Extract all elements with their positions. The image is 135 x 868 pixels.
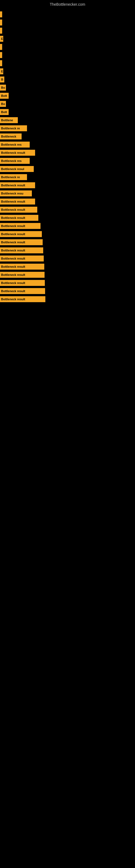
bar-row: Bottleneck re [0, 173, 135, 181]
bar-row [0, 10, 135, 19]
bar-label: B [0, 76, 4, 83]
bar-label: Bottleneck result [0, 150, 35, 156]
bar-label: Bo [0, 101, 6, 107]
bar-label: Bottleneck result [0, 215, 38, 221]
bar-label: Bottleneck resul [0, 166, 34, 172]
bar-label [0, 60, 2, 66]
bar-label: Bottleneck result [0, 255, 44, 261]
bar-row: Bo [0, 100, 135, 108]
bar-row: Bottleneck result [0, 230, 135, 238]
bar-label: Bott [0, 109, 9, 115]
bar-row: Bottleneck result [0, 149, 135, 157]
bars-container: EEBBoBottBoBottBottleneBottleneck reBott… [0, 8, 135, 303]
bar-label: E [0, 68, 3, 74]
bar-label: Bott [0, 93, 9, 99]
bar-label: Bottleneck [0, 133, 21, 140]
bar-label: E [0, 36, 3, 42]
bar-row: Bottleneck [0, 132, 135, 141]
bar-row: Bottleneck result [0, 246, 135, 254]
bar-row [0, 43, 135, 51]
bar-label: Bottleneck result [0, 272, 45, 278]
bar-row: Bottleneck result [0, 262, 135, 271]
bar-row: E [0, 67, 135, 75]
bar-row: Bottleneck result [0, 287, 135, 295]
bar-row: Bottleneck result [0, 197, 135, 206]
bar-label: Bottleneck res [0, 158, 30, 164]
bar-row: Bottleneck result [0, 222, 135, 230]
bar-row: Bottleneck resu [0, 189, 135, 197]
bar-label: Bottleneck result [0, 198, 35, 205]
bar-row: E [0, 35, 135, 43]
bar-label [0, 20, 2, 26]
bar-row: Bottleneck resul [0, 165, 135, 173]
bar-row: Bottleneck res [0, 141, 135, 149]
bar-row: Bottleneck result [0, 238, 135, 246]
bar-row [0, 59, 135, 67]
bar-label: Bottleneck result [0, 280, 45, 286]
bar-label: Bottleneck result [0, 239, 43, 245]
bar-row: Bottleneck res [0, 157, 135, 165]
bar-row: Bottleneck result [0, 181, 135, 189]
bar-row: Bott [0, 92, 135, 100]
bar-label: Bottleneck re [0, 174, 27, 180]
bar-row: Bottleneck result [0, 214, 135, 222]
bar-row: Bott [0, 108, 135, 116]
bar-row [0, 27, 135, 35]
bar-label: Bottleneck result [0, 182, 35, 188]
bar-label: Bottleneck result [0, 207, 37, 213]
bar-label [0, 52, 2, 58]
bar-label: Bo [0, 85, 6, 91]
bar-row: Bottlene [0, 116, 135, 124]
bar-label: Bottleneck re [0, 125, 27, 131]
bar-label: Bottleneck result [0, 247, 43, 253]
bar-row: Bottleneck result [0, 254, 135, 262]
bar-row: Bo [0, 84, 135, 92]
bar-label: Bottleneck result [0, 296, 45, 302]
bar-label: Bottlene [0, 117, 18, 123]
bar-row: Bottleneck result [0, 279, 135, 287]
bar-label: Bottleneck result [0, 288, 45, 294]
site-title: TheBottlenecker.com [0, 0, 135, 8]
bar-row [0, 51, 135, 59]
bar-label [0, 11, 2, 18]
bar-label: Bottleneck result [0, 264, 44, 270]
bar-row [0, 19, 135, 27]
bar-label [0, 28, 2, 34]
bar-label: Bottleneck result [0, 223, 41, 229]
bar-label: Bottleneck result [0, 231, 42, 237]
bar-label [0, 44, 2, 50]
bar-label: Bottleneck res [0, 142, 30, 148]
bar-row: B [0, 75, 135, 84]
bar-label: Bottleneck resu [0, 190, 32, 196]
bar-row: Bottleneck result [0, 295, 135, 303]
bar-row: Bottleneck re [0, 124, 135, 132]
bar-row: Bottleneck result [0, 271, 135, 279]
bar-row: Bottleneck result [0, 206, 135, 214]
